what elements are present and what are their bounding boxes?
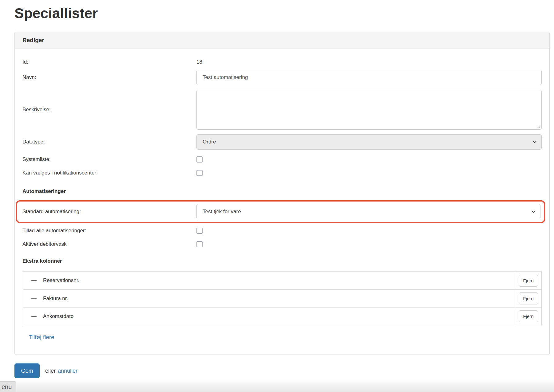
beskrivelse-textarea[interactable] <box>196 90 542 130</box>
save-button[interactable]: Gem <box>14 363 40 378</box>
form-row-beskrivelse: Beskrivelse: <box>22 90 542 130</box>
ekstra-kolonner-heading: Ekstra kolonner <box>22 257 542 265</box>
form-row-navn: Navn: <box>22 70 542 85</box>
list-item-name: — Reservationsnr. <box>23 272 515 289</box>
datatype-select[interactable]: Ordre <box>196 134 542 150</box>
beskrivelse-label: Beskrivelse: <box>22 107 196 113</box>
form-row-aktiver-debitorvask: Aktiver debitorvask <box>22 241 542 248</box>
beskrivelse-textarea-wrap <box>196 90 542 130</box>
list-item-name: — Faktura nr. <box>23 290 515 307</box>
chevron-down-icon <box>532 139 537 145</box>
drag-handle-icon[interactable]: — <box>31 296 38 302</box>
list-item: — Reservationsnr. Fjern <box>23 272 541 289</box>
drag-handle-icon[interactable]: — <box>31 277 38 284</box>
panel-header: Rediger <box>15 32 549 49</box>
footer-actions: Gem eller annuller <box>14 363 77 378</box>
standard-automatisering-highlight: Standard automatisering: Test tjek for v… <box>16 200 545 223</box>
remove-button[interactable]: Fjern <box>519 292 538 304</box>
aktiver-debitorvask-checkbox[interactable] <box>196 241 203 247</box>
or-text: eller <box>45 368 56 374</box>
speciallister-page: Speciallister Rediger Id: 18 Navn: Beskr… <box>0 0 554 392</box>
notifikationscenter-checkbox[interactable] <box>196 170 203 176</box>
remove-button[interactable]: Fjern <box>519 310 538 322</box>
list-item-label: Reservationsnr. <box>43 277 79 284</box>
list-item-name: — Ankomstdato <box>23 308 515 325</box>
automatiseringer-heading: Automatiseringer <box>22 187 542 195</box>
aktiver-debitorvask-label: Aktiver debitorvask <box>22 241 196 247</box>
id-label: Id: <box>22 59 196 65</box>
cancel-link[interactable]: annuller <box>58 368 77 374</box>
page-title: Speciallister <box>14 5 98 22</box>
form-row-notifikationscenter: Kan vælges i notifikationscenter: <box>22 169 542 177</box>
standard-automatisering-selected-value: Test tjek for vare <box>203 209 241 215</box>
id-value: 18 <box>196 59 202 65</box>
bottom-strip <box>0 379 554 392</box>
resize-handle-icon[interactable] <box>536 124 540 128</box>
ekstra-kolonner-list: — Reservationsnr. Fjern — Faktura nr. Fj… <box>23 271 542 325</box>
standard-automatisering-select[interactable]: Test tjek for vare <box>196 204 540 219</box>
list-item-action-cell: Fjern <box>515 308 541 325</box>
list-item: — Faktura nr. Fjern <box>23 289 541 307</box>
list-item-label: Faktura nr. <box>43 296 68 302</box>
datatype-label: Datatype: <box>22 139 196 145</box>
form-row-systemliste: Systemliste: <box>22 156 542 163</box>
list-item-label: Ankomstdato <box>43 313 73 319</box>
systemliste-checkbox[interactable] <box>196 156 203 163</box>
chevron-down-icon <box>531 209 536 214</box>
menu-tab[interactable]: enu <box>0 381 16 392</box>
form-row-datatype: Datatype: Ordre <box>22 134 542 150</box>
remove-button[interactable]: Fjern <box>519 275 538 287</box>
systemliste-label: Systemliste: <box>22 156 196 163</box>
list-item-action-cell: Fjern <box>515 272 541 289</box>
navn-input[interactable] <box>196 70 542 85</box>
panel-body: Id: 18 Navn: Beskrivelse: <box>15 58 549 341</box>
navn-label: Navn: <box>22 74 196 80</box>
form-row-id: Id: 18 <box>22 58 542 66</box>
standard-automatisering-label: Standard automatisering: <box>22 209 196 215</box>
add-more-link[interactable]: Tilføj flere <box>29 334 54 341</box>
tillad-alle-label: Tillad alle automatiseringer: <box>22 228 196 234</box>
datatype-selected-value: Ordre <box>203 139 216 145</box>
list-item: — Ankomstdato Fjern <box>23 307 541 325</box>
tillad-alle-checkbox[interactable] <box>196 228 203 234</box>
list-item-action-cell: Fjern <box>515 290 541 307</box>
drag-handle-icon[interactable]: — <box>31 313 38 319</box>
edit-panel: Rediger Id: 18 Navn: Beskrivelse: <box>14 32 550 355</box>
notifikationscenter-label: Kan vælges i notifikationscenter: <box>22 170 196 176</box>
form-row-tillad-alle: Tillad alle automatiseringer: <box>22 227 542 234</box>
